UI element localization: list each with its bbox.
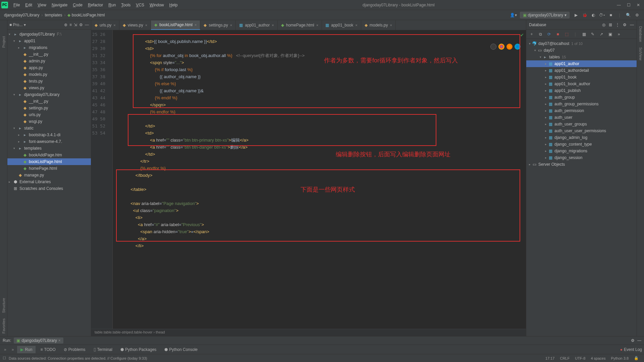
menu-tools[interactable]: Tools <box>118 1 133 9</box>
sciview-tool-tab[interactable]: SciView <box>638 45 643 63</box>
structure-tool-tab[interactable]: Structure <box>1 295 6 316</box>
database-tool-tab[interactable]: Database <box>638 23 643 45</box>
console-icon[interactable]: ▣ <box>607 32 613 37</box>
edit-icon[interactable]: ✎ <box>589 32 596 37</box>
db-tree-item[interactable]: ▸▦app01_author <box>526 60 637 67</box>
code-breadcrumb[interactable]: table.table.table-striped.table-hover › … <box>91 329 526 336</box>
run-settings-icon[interactable]: ⚙ <box>631 338 635 343</box>
db-tree-item[interactable]: ▸▦django_admin_log <box>526 134 637 141</box>
tree-item[interactable]: ◆admin.py <box>7 58 91 64</box>
more-icon[interactable]: » <box>615 32 622 37</box>
indent-setting[interactable]: 4 spaces <box>588 356 608 360</box>
status-icon[interactable]: ☐ <box>3 356 6 360</box>
add-datasource-icon[interactable]: ＋ <box>528 31 535 37</box>
menu-help[interactable]: Help <box>167 1 180 9</box>
line-separator[interactable]: CRLF <box>557 356 572 360</box>
expand-icon[interactable]: » <box>10 347 16 352</box>
db-tool-icon[interactable]: ◎ <box>602 22 605 27</box>
edge-icon[interactable] <box>515 44 521 50</box>
db-tree-item[interactable]: ▸▦auth_group_permissions <box>526 101 637 107</box>
tree-item[interactable]: ◆tests.py <box>7 78 91 85</box>
maximize-icon[interactable]: ☐ <box>627 3 631 7</box>
favorites-tool-tab[interactable]: Favorites <box>1 316 6 336</box>
tree-item[interactable]: ▸▸bootstrap-3.4.1-di <box>7 132 91 138</box>
tree-item[interactable]: ▾▸templates <box>7 145 91 152</box>
chrome-icon[interactable] <box>498 44 504 50</box>
expand-all-icon[interactable]: ≡ <box>69 22 72 27</box>
file-encoding[interactable]: UTF-8 <box>572 356 588 360</box>
editor-tab-models-py[interactable]: ◆models.py× <box>361 20 396 30</box>
tree-item[interactable]: ▸▸font-awesome-4.7. <box>7 138 91 145</box>
code-editor[interactable]: 25 26 27 28 29 30 31 32 33 34 35 36 37 3… <box>91 30 526 329</box>
db-tree-item[interactable]: ▾▸tables15 <box>526 54 637 60</box>
tree-item[interactable]: ◆homePage.html <box>7 165 91 172</box>
tree-item[interactable]: ◆__init__.py <box>7 98 91 105</box>
tree-item[interactable]: ◆apps.py <box>7 64 91 71</box>
tree-item[interactable]: ▾▸static <box>7 125 91 132</box>
run-button[interactable] <box>572 11 580 19</box>
run-config-tab[interactable]: ▣djangoday07Library× <box>14 338 63 344</box>
todo-tab[interactable]: ≡TODO <box>37 346 59 353</box>
project-tool-tab[interactable]: Project <box>1 34 6 50</box>
menu-refactor[interactable]: Refactor <box>85 1 106 9</box>
db-tree-item[interactable]: ▸▦app01_authordetail <box>526 67 637 74</box>
tree-item[interactable]: ◆__init__.py <box>7 51 91 58</box>
db-tree-item[interactable]: ▸▦auth_user <box>526 114 637 121</box>
tree-item[interactable]: ◆settings.py <box>7 105 91 111</box>
python-interpreter[interactable]: Python 3.8 <box>608 356 631 360</box>
select-opened-icon[interactable]: ⊕ <box>64 22 67 27</box>
db-tree-item[interactable]: ▸▦app01_book_author <box>526 81 637 87</box>
db-tree-item[interactable]: ▸▦auth_permission <box>526 107 637 114</box>
close-icon[interactable]: ✕ <box>637 3 640 7</box>
debug-button[interactable]: 🐞 <box>581 11 588 19</box>
firefox-icon[interactable] <box>506 44 513 50</box>
ide-settings-icon[interactable] <box>633 11 641 19</box>
project-tree[interactable]: ▾▸djangoday07LibraryF:\▾▸app01▸▸migratio… <box>7 30 91 336</box>
editor-tab-views-py[interactable]: ◆views.py× <box>119 20 151 30</box>
db-tree-item[interactable]: ▸▦app01_book <box>526 74 637 81</box>
db-tree-item[interactable]: ▸▦django_content_type <box>526 141 637 148</box>
editor-tab-settings-py[interactable]: ◆settings.py× <box>200 20 236 30</box>
menu-navigate[interactable]: Navigate <box>49 1 70 9</box>
tree-item[interactable]: ◆models.py <box>7 71 91 78</box>
editor-tab-homePage-html[interactable]: ◆homePage.html× <box>278 20 322 30</box>
run-config-selector[interactable]: ▣djangoday07Library▾ <box>520 12 570 18</box>
code-content[interactable]: <td>{{ book_obj.publish.name }}</td> <td… <box>113 30 526 329</box>
tree-item[interactable]: ◆bookListPage.html <box>7 158 91 165</box>
database-tree[interactable]: ▾🐬day07@localhost1 of 10▾▭day07▾▸tables1… <box>526 39 637 336</box>
stop-icon[interactable]: ■ <box>554 32 561 37</box>
db-tool-icon[interactable]: ⊞ <box>609 22 612 27</box>
menu-run[interactable]: Run <box>106 1 118 9</box>
search-everywhere-icon[interactable]: 🔍 <box>625 11 632 19</box>
tx-icon[interactable]: ⬚ <box>563 32 570 37</box>
status-message[interactable]: Data sources detected: Connection proper… <box>6 356 150 360</box>
db-tree-item[interactable]: ▸▭Server Objects <box>526 161 637 168</box>
minimize-icon[interactable]: — <box>617 3 621 7</box>
breadcrumb-templates[interactable]: templates <box>43 12 63 18</box>
profile-button[interactable]: ⏱▾ <box>598 11 606 19</box>
table-icon[interactable]: ▦ <box>581 32 587 37</box>
settings-icon[interactable]: ⚙ <box>79 22 83 27</box>
breadcrumb-root[interactable]: djangoday07Library <box>3 12 41 18</box>
terminal-tab[interactable]: ⌷Terminal <box>90 346 116 353</box>
tree-item[interactable]: ▾▸djangoday07LibraryF:\ <box>7 31 91 38</box>
menu-vcs[interactable]: VCS <box>133 1 147 9</box>
run-hide-icon[interactable]: — <box>637 338 641 343</box>
problems-tab[interactable]: ⊘Problems <box>60 346 89 353</box>
collapse-all-icon[interactable]: ⇲ <box>74 22 77 27</box>
editor-tab-app01_book[interactable]: ▦app01_book× <box>322 20 361 30</box>
lock-icon[interactable]: 🔒 <box>631 356 641 360</box>
db-tree-item[interactable]: ▸▦auth_user_groups <box>526 121 637 127</box>
duplicate-icon[interactable]: ⧉ <box>537 32 544 37</box>
caret-position[interactable]: 17:17 <box>543 356 557 360</box>
db-tree-item[interactable]: ▸▦auth_user_user_permissions <box>526 127 637 134</box>
python-console-tab[interactable]: ⬢Python Console <box>161 346 201 353</box>
tree-item[interactable]: ⊞Scratches and Consoles <box>7 185 91 192</box>
user-icon[interactable]: 👤▾ <box>510 11 517 19</box>
db-tree-item[interactable]: ▾▭day07 <box>526 47 637 54</box>
python-packages-tab[interactable]: ⬢Python Packages <box>117 346 160 353</box>
pycharm-preview-icon[interactable] <box>490 44 496 50</box>
menu-view[interactable]: View <box>35 1 49 9</box>
menu-file[interactable]: File <box>11 1 22 9</box>
tree-item[interactable]: ▾▸djangoday07Library <box>7 91 91 98</box>
